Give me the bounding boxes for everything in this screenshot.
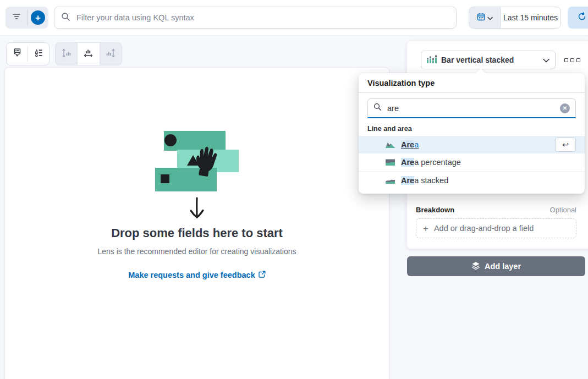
clear-search-button[interactable]: ✕: [560, 103, 570, 113]
lens-drop-workspace[interactable]: Drop some fields here to start Lens is t…: [4, 67, 389, 379]
viz-option-area-stacked[interactable]: Area stacked: [359, 171, 585, 189]
viz-option-area[interactable]: Area ↩: [359, 136, 585, 153]
right-axis-button[interactable]: [100, 43, 122, 65]
layer-actions-button[interactable]: [562, 56, 582, 64]
viz-option-label: Area: [401, 140, 419, 149]
time-range-button[interactable]: Last 15 minutes: [501, 7, 560, 28]
layers-icon: [471, 261, 480, 272]
visualization-type-popover: Visualization type ✕ Line and area Area …: [359, 73, 585, 194]
down-arrow-icon: [185, 197, 209, 223]
viz-option-area-percentage[interactable]: Area percentage: [359, 153, 585, 171]
bottom-axis-button[interactable]: [77, 43, 100, 65]
workspace-subtitle: Lens is the recommended editor for creat…: [97, 247, 296, 256]
external-link-icon: [259, 271, 266, 279]
filter-menu-button[interactable]: [6, 7, 27, 29]
area-stacked-chart-icon: [385, 177, 395, 184]
breakdown-placeholder: Add or drag-and-drop a field: [434, 224, 534, 233]
chevron-down-icon: [543, 55, 549, 65]
breakdown-section: Breakdown Optional + Add or drag-and-dro…: [416, 206, 576, 238]
breakdown-add-field-button[interactable]: + Add or drag-and-drop a field: [416, 218, 576, 238]
top-query-bar: + Last 15 minutes: [0, 0, 588, 36]
left-axis-button[interactable]: [56, 43, 77, 65]
chart-type-label: Bar vertical stacked: [441, 56, 538, 64]
workspace-empty-state: Drop some fields here to start Lens is t…: [5, 129, 389, 279]
add-filter-button[interactable]: +: [28, 7, 48, 29]
right-axis-icon: [106, 48, 116, 61]
add-layer-button[interactable]: Add layer: [407, 256, 585, 276]
plus-icon: +: [423, 224, 428, 233]
axis-settings-toolbar: [55, 42, 122, 65]
filter-icon: [12, 13, 21, 23]
legend-settings-button[interactable]: [28, 43, 49, 65]
calendar-icon: [477, 13, 485, 23]
paintbrush-icon: [13, 48, 22, 60]
refresh-icon: [577, 12, 587, 24]
return-key-icon: ↩: [555, 138, 576, 152]
boxes-horizontal-icon: [570, 58, 574, 62]
area-percentage-chart-icon: [385, 158, 395, 166]
plus-icon: +: [31, 10, 45, 25]
kql-query-input[interactable]: [75, 13, 449, 23]
boxes-horizontal-icon: [576, 58, 580, 62]
bottom-axis-icon: [83, 48, 94, 61]
appearance-settings-button[interactable]: [7, 43, 28, 65]
workspace-title: Drop some fields here to start: [111, 226, 283, 240]
viz-type-search-box[interactable]: ✕: [367, 98, 576, 118]
list-settings-icon: [34, 48, 43, 60]
feedback-link-label: Make requests and give feedback: [128, 271, 255, 279]
time-range-label: Last 15 minutes: [503, 13, 558, 22]
refresh-button[interactable]: [568, 7, 588, 29]
workspace-style-toolbar: [6, 42, 50, 65]
boxes-horizontal-icon: [564, 58, 568, 62]
drag-drop-illustration: [154, 129, 240, 194]
search-icon: [61, 12, 70, 24]
search-icon: [373, 103, 382, 113]
add-layer-label: Add layer: [485, 262, 521, 271]
date-picker: Last 15 minutes: [469, 7, 561, 29]
kql-search-bar[interactable]: [54, 7, 457, 29]
breakdown-optional-hint: Optional: [550, 206, 576, 214]
popover-title: Visualization type: [359, 73, 585, 93]
viz-group-label: Line and area: [367, 125, 576, 133]
viz-type-search-input[interactable]: [386, 103, 556, 113]
viz-option-label: Area percentage: [401, 158, 461, 167]
feedback-link[interactable]: Make requests and give feedback: [128, 271, 266, 279]
chart-type-dropdown[interactable]: Bar vertical stacked: [421, 51, 556, 69]
chevron-down-icon: [487, 13, 493, 23]
breakdown-label: Breakdown: [416, 206, 454, 214]
date-quick-select-button[interactable]: [469, 7, 501, 28]
filter-controls-group: +: [6, 7, 48, 29]
left-axis-icon: [61, 48, 72, 61]
viz-option-label: Area stacked: [401, 176, 448, 185]
bar-vertical-stacked-icon: [427, 55, 437, 65]
area-chart-icon: [385, 141, 395, 149]
